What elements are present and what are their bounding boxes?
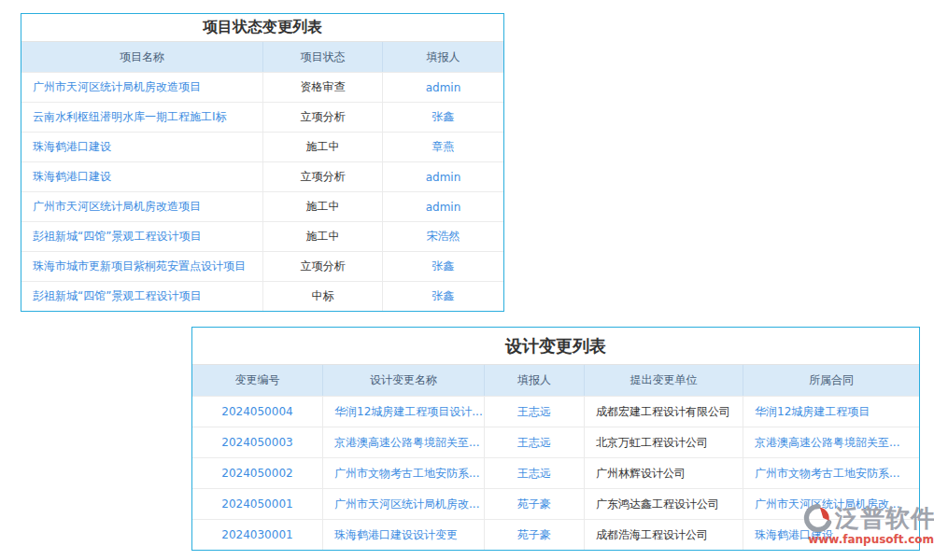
project-status-text: 施工中 (263, 192, 383, 221)
column-header-project-status: 项目状态 (263, 42, 383, 72)
project-status-text: 中标 (263, 282, 383, 311)
design-change-name-link[interactable]: 华润12城房建工程项目设计... (323, 397, 485, 427)
design-change-table: 设计变更列表 变更编号 设计变更名称 填报人 提出变更单位 所属合同 20240… (191, 327, 920, 551)
column-header-change-code: 变更编号 (192, 365, 323, 396)
table-row: 云南水利枢纽潜明水库一期工程施工I标 立项分析 张鑫 (21, 102, 503, 132)
proposing-unit-text: 广东鸿达鑫工程设计公司 (585, 489, 743, 519)
project-name-link[interactable]: 珠海市城市更新项目紫桐苑安置点设计项目 (21, 252, 263, 281)
reporter-link[interactable]: 张鑫 (383, 252, 503, 281)
proposing-unit-text: 成都浩海工程设计公司 (585, 520, 743, 550)
column-header-project-name: 项目名称 (21, 42, 263, 72)
project-name-link[interactable]: 云南水利枢纽潜明水库一期工程施工I标 (21, 103, 263, 132)
contract-link[interactable]: 广州市天河区统计局机房改... (743, 489, 919, 519)
reporter-link[interactable]: 张鑫 (383, 282, 503, 311)
change-code-link[interactable]: 2024050004 (192, 397, 323, 427)
reporter-link[interactable]: admin (383, 73, 503, 102)
change-code-link[interactable]: 2024050002 (192, 458, 323, 488)
column-header-proposing-unit: 提出变更单位 (585, 365, 743, 396)
change-code-link[interactable]: 2024030001 (192, 520, 323, 550)
design-change-name-link[interactable]: 广州市天河区统计局机房改... (323, 489, 485, 519)
project-status-text: 施工中 (263, 133, 383, 161)
contract-link[interactable]: 京港澳高速公路粤境韶关至... (743, 427, 919, 457)
table-row: 2024050003 京港澳高速公路粤境韶关至... 王志远 北京万虹工程设计公… (192, 427, 919, 457)
project-name-link[interactable]: 彭祖新城“四馆”景观工程设计项目 (21, 282, 263, 311)
reporter-link[interactable]: 张鑫 (383, 103, 503, 132)
reporter-link[interactable]: 王志远 (485, 397, 585, 427)
table-row: 2024050004 华润12城房建工程项目设计... 王志远 成都宏建工程设计… (192, 396, 919, 427)
reporter-link[interactable]: 苑子豪 (485, 489, 585, 519)
column-header-change-name: 设计变更名称 (323, 365, 485, 396)
column-header-contract: 所属合同 (743, 365, 919, 396)
contract-link[interactable]: 华润12城房建工程项目 (743, 397, 919, 427)
reporter-link[interactable]: 宋浩然 (383, 222, 503, 251)
table-row: 2024050001 广州市天河区统计局机房改... 苑子豪 广东鸿达鑫工程设计… (192, 488, 919, 519)
project-status-text: 立项分析 (263, 103, 383, 132)
table-row: 珠海鹤港口建设 施工中 章燕 (21, 132, 503, 161)
change-code-link[interactable]: 2024050003 (192, 427, 323, 457)
project-name-link[interactable]: 珠海鹤港口建设 (21, 162, 263, 191)
table-row: 2024050002 广州市文物考古工地安防系... 王志远 广州林辉设计公司 … (192, 457, 919, 488)
project-status-text: 资格审查 (263, 73, 383, 102)
column-header-reporter: 填报人 (485, 365, 585, 396)
design-change-name-link[interactable]: 广州市文物考古工地安防系... (323, 458, 485, 488)
project-name-link[interactable]: 珠海鹤港口建设 (21, 133, 263, 161)
table-row: 广州市天河区统计局机房改造项目 资格审查 admin (21, 72, 503, 102)
project-name-link[interactable]: 彭祖新城“四馆”景观工程设计项目 (21, 222, 263, 251)
design-change-table-title: 设计变更列表 (192, 328, 919, 365)
project-name-link[interactable]: 广州市天河区统计局机房改造项目 (21, 73, 263, 102)
reporter-link[interactable]: 苑子豪 (485, 520, 585, 550)
project-status-text: 施工中 (263, 222, 383, 251)
table-row: 2024030001 珠海鹤港口建设设计变更 苑子豪 成都浩海工程设计公司 珠海… (192, 519, 919, 550)
project-status-table-header: 项目名称 项目状态 填报人 (21, 42, 503, 72)
table-row: 彭祖新城“四馆”景观工程设计项目 施工中 宋浩然 (21, 221, 503, 251)
table-row: 广州市天河区统计局机房改造项目 施工中 admin (21, 191, 503, 221)
design-change-name-link[interactable]: 珠海鹤港口建设设计变更 (323, 520, 485, 550)
project-name-link[interactable]: 广州市天河区统计局机房改造项目 (21, 192, 263, 221)
design-change-table-header: 变更编号 设计变更名称 填报人 提出变更单位 所属合同 (192, 365, 919, 396)
design-change-name-link[interactable]: 京港澳高速公路粤境韶关至... (323, 427, 485, 457)
project-status-text: 立项分析 (263, 162, 383, 191)
proposing-unit-text: 广州林辉设计公司 (585, 458, 743, 488)
reporter-link[interactable]: 王志远 (485, 458, 585, 488)
contract-link[interactable]: 广州市文物考古工地安防系... (743, 458, 919, 488)
proposing-unit-text: 成都宏建工程设计有限公司 (585, 397, 743, 427)
contract-link[interactable]: 珠海鹤港口建设 (743, 520, 919, 550)
project-status-text: 立项分析 (263, 252, 383, 281)
proposing-unit-text: 北京万虹工程设计公司 (585, 427, 743, 457)
reporter-link[interactable]: 章燕 (383, 133, 503, 161)
table-row: 彭祖新城“四馆”景观工程设计项目 中标 张鑫 (21, 281, 503, 311)
reporter-link[interactable]: admin (383, 192, 503, 221)
project-status-change-table: 项目状态变更列表 项目名称 项目状态 填报人 广州市天河区统计局机房改造项目 资… (21, 13, 504, 312)
table-row: 珠海市城市更新项目紫桐苑安置点设计项目 立项分析 张鑫 (21, 251, 503, 281)
column-header-reporter: 填报人 (383, 42, 503, 72)
project-status-table-title: 项目状态变更列表 (21, 14, 503, 42)
reporter-link[interactable]: 王志远 (485, 427, 585, 457)
table-row: 珠海鹤港口建设 立项分析 admin (21, 161, 503, 191)
change-code-link[interactable]: 2024050001 (192, 489, 323, 519)
reporter-link[interactable]: admin (383, 162, 503, 191)
